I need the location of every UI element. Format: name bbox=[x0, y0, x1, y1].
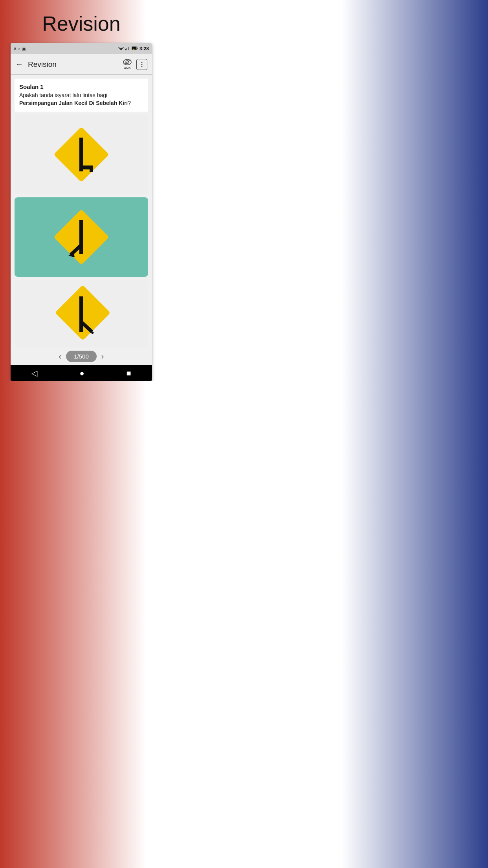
nav-bar: ◁ ● ■ bbox=[11, 365, 152, 381]
app-bar-title: Revision bbox=[26, 60, 123, 69]
option-card-2[interactable] bbox=[15, 197, 148, 277]
time-display: 3:28 bbox=[139, 46, 149, 51]
option-card-3[interactable] bbox=[15, 280, 148, 348]
battery-icon: ⚡ bbox=[132, 46, 138, 51]
nav-home-button[interactable]: ● bbox=[79, 369, 84, 378]
ans-toggle-button[interactable]: ANS bbox=[123, 59, 132, 70]
question-text-prefix: Apakah tanda isyarat lalu lintas bagi bbox=[19, 92, 107, 98]
svg-rect-4 bbox=[127, 48, 127, 50]
overflow-menu-button[interactable] bbox=[136, 59, 147, 70]
prev-button[interactable]: ‹ bbox=[59, 352, 62, 361]
status-bar: A ○ ▣ bbox=[11, 43, 152, 54]
nav-back-button[interactable]: ◁ bbox=[31, 368, 37, 378]
sign-option-3 bbox=[48, 280, 115, 348]
nav-recents-button[interactable]: ■ bbox=[126, 369, 131, 378]
phone-frame: A ○ ▣ bbox=[11, 43, 152, 381]
svg-point-14 bbox=[141, 62, 143, 63]
status-icon-a: A bbox=[14, 47, 17, 51]
ans-label: ANS bbox=[124, 66, 131, 70]
signal-icon bbox=[125, 46, 130, 51]
option-card-1[interactable] bbox=[15, 115, 148, 194]
pagination-bar: ‹ 1/500 › bbox=[15, 348, 148, 365]
question-text: Apakah tanda isyarat lalu lintas bagi Pe… bbox=[19, 92, 143, 107]
back-button[interactable]: ← bbox=[15, 58, 26, 70]
eye-slash-icon bbox=[123, 59, 132, 66]
svg-rect-8 bbox=[137, 48, 138, 49]
question-number: Soalan 1 bbox=[19, 83, 143, 90]
status-icon-circle: ○ bbox=[18, 47, 20, 51]
sign-option-1 bbox=[48, 115, 115, 194]
svg-rect-5 bbox=[128, 47, 128, 50]
question-block: Soalan 1 Apakah tanda isyarat lalu linta… bbox=[15, 79, 148, 112]
svg-rect-6 bbox=[129, 46, 130, 50]
app-bar: ← Revision ANS bbox=[11, 54, 152, 75]
svg-point-15 bbox=[141, 64, 143, 65]
content-area: Soalan 1 Apakah tanda isyarat lalu linta… bbox=[11, 75, 152, 365]
question-text-suffix: ? bbox=[128, 100, 131, 106]
sign-option-2 bbox=[48, 197, 115, 277]
wifi-icon bbox=[118, 46, 124, 51]
svg-point-16 bbox=[141, 66, 143, 67]
svg-rect-3 bbox=[125, 49, 126, 50]
svg-text:⚡: ⚡ bbox=[132, 48, 135, 51]
status-icon-box: ▣ bbox=[22, 47, 26, 51]
question-text-bold: Persimpangan Jalan Kecil Di Sebelah Kiri bbox=[19, 100, 128, 106]
next-button[interactable]: › bbox=[101, 352, 104, 361]
pagination-badge: 1/500 bbox=[66, 351, 97, 362]
page-title: Revision bbox=[0, 0, 163, 43]
